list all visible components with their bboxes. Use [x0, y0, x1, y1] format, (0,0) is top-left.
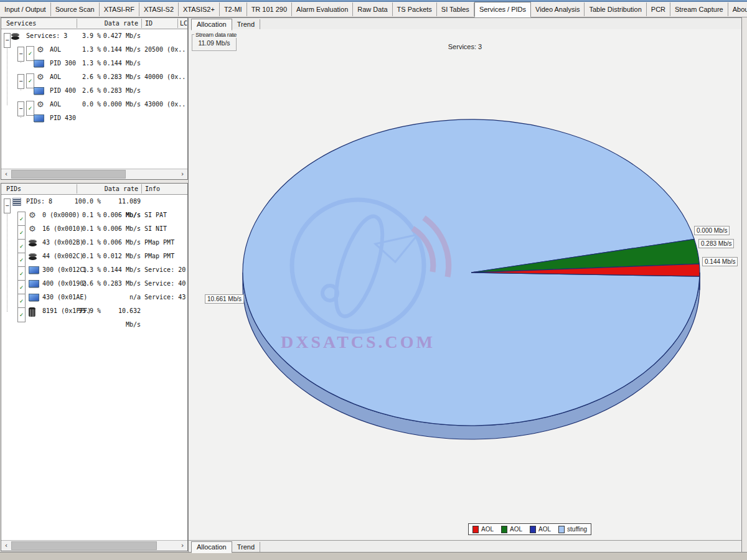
col-id[interactable]: ID [145, 18, 175, 29]
tab-allocation[interactable]: Allocation [191, 19, 232, 30]
row-percent: 1.3 % [63, 57, 101, 70]
row-percent: 3.9 % [63, 29, 101, 43]
service-gear-icon: ⚙ [37, 70, 44, 84]
column-separator[interactable] [77, 184, 77, 194]
row-percent: 1.3 % [63, 43, 101, 57]
tab-xtasi-s2[interactable]: XTASI-S2 [139, 2, 179, 16]
table-row[interactable]: − ✓ ⚙ AOL 2.6 % 0.283 Mb/s 40000 (0x... [1, 70, 187, 84]
table-row[interactable]: ✓ 400 (0x0190) 2.6 % 0.283 Mb/s Service:… [1, 277, 187, 291]
col-info[interactable]: Info [145, 184, 182, 194]
scroll-thumb[interactable] [11, 170, 126, 179]
col-lc[interactable]: LC [180, 18, 189, 29]
tab-xtasi-rf[interactable]: XTASI-RF [100, 2, 139, 16]
table-row[interactable]: − Services: 3 3.9 % 0.427 Mb/s [1, 29, 187, 43]
table-row[interactable]: ✓ 44 (0x002C) 0.1 % 0.012 Mb/s PMap PMT [1, 250, 187, 263]
col-data-rate[interactable]: Data rate [77, 18, 138, 29]
row-label: PIDs: 8 [26, 195, 52, 208]
table-row[interactable]: − PIDs: 8 100.0 % 11.089 Mb/s [1, 195, 187, 208]
pmt-icon [29, 240, 37, 243]
chart-area: DXSATCS.COM Services: 3 Stream data rate… [189, 29, 741, 539]
tab-alarm-evaluation[interactable]: Alarm Evaluation [292, 2, 353, 16]
scroll-thumb[interactable] [11, 541, 157, 550]
tab-stream-capture[interactable]: Stream Capture [670, 2, 728, 16]
tab-pcr[interactable]: PCR [647, 2, 670, 16]
service-gear-icon: ⚙ [37, 98, 44, 111]
chart-legend: AOL AOL AOL stuffing [468, 523, 591, 535]
row-rate: 0.144 Mb/s [100, 57, 141, 70]
pids-hscrollbar[interactable]: ‹ › [1, 540, 187, 551]
tab-services-pids[interactable]: Services / PIDs [474, 2, 531, 17]
col-data-rate[interactable]: Data rate [77, 184, 138, 194]
tab-source-scan[interactable]: Source Scan [51, 2, 100, 16]
col-pids[interactable]: PIDs [6, 184, 75, 194]
row-rate: 0.427 Mb/s [100, 29, 141, 43]
row-percent: 100.0 % [63, 195, 101, 208]
table-row[interactable]: ✓ ⚙ 0 (0x0000) 0.1 % 0.006 Mb/s SI PAT [1, 208, 187, 222]
tab-si-tables[interactable]: SI Tables [437, 2, 474, 16]
row-label: AOL [50, 70, 61, 84]
stream-data-rate-label: Stream data rate [194, 31, 238, 38]
table-row[interactable]: − ✓ ⚙ AOL 0.0 % 0.000 Mb/s 43000 (0x... [1, 98, 187, 111]
tab-allocation-bottom[interactable]: Allocation [191, 541, 232, 553]
scroll-right-button[interactable]: › [177, 169, 187, 179]
row-percent: 2.6 % [63, 84, 101, 98]
pid-monitor-icon [29, 266, 39, 274]
row-percent: 2.6 % [63, 277, 101, 291]
services-hscrollbar[interactable]: ‹ › [1, 169, 187, 179]
tab-ts-packets[interactable]: TS Packets [393, 2, 437, 16]
column-separator[interactable] [77, 19, 77, 28]
table-row[interactable]: PID 300 1.3 % 0.144 Mb/s [1, 57, 187, 70]
table-row[interactable]: ✓ 43 (0x002B) 0.1 % 0.006 Mb/s PMap PMT [1, 236, 187, 250]
status-bar [0, 552, 747, 560]
row-id: 40000 (0x... [144, 70, 186, 84]
tab-tr-101-290[interactable]: TR 101 290 [247, 2, 292, 16]
tab-trend-bottom[interactable]: Trend [232, 542, 260, 553]
nit-gear-icon: ⚙ [29, 222, 36, 236]
legend-label: AOL [538, 526, 551, 533]
col-services[interactable]: Services [6, 18, 75, 29]
watermark-text: DXSATCS.COM [281, 332, 435, 352]
tab-table-distribution[interactable]: Table Distribution [585, 2, 646, 16]
pmt-icon [29, 253, 37, 257]
table-row[interactable]: ✓ ⚙ 16 (0x0010) 0.1 % 0.006 Mb/s SI NIT [1, 222, 187, 236]
legend-label: AOL [510, 526, 522, 533]
table-row[interactable]: ✓ 300 (0x012C) 1.3 % 0.144 Mb/s Service:… [1, 263, 187, 277]
stream-data-rate-value: 11.09 Mb/s [192, 39, 236, 47]
row-id: 20500 (0x... [144, 43, 186, 57]
tab-about[interactable]: About [728, 2, 747, 16]
column-separator[interactable] [141, 184, 142, 194]
chart-tabs-top: AllocationTrend [189, 18, 741, 30]
row-info: Service: 40000 ( [144, 277, 186, 291]
table-row[interactable]: − ✓ ⚙ AOL 1.3 % 0.144 Mb/s 20500 (0x... [1, 43, 187, 57]
scroll-left-button[interactable]: ‹ [1, 541, 11, 551]
pid-monitor-icon [34, 87, 44, 95]
table-row[interactable]: ✓ 8191 (0x1FFF) 95.9 % 10.632 Mb/s [1, 304, 187, 318]
row-percent: 0.1 % [63, 236, 101, 250]
scroll-right-button[interactable]: › [177, 541, 187, 551]
legend-item: AOL [530, 526, 551, 533]
row-info: Service: 20500 ( [144, 263, 186, 277]
tab-xtasis2plus[interactable]: XTASIS2+ [179, 2, 220, 16]
chart-tabs-bottom: AllocationTrend [189, 540, 741, 553]
row-label: AOL [50, 43, 61, 57]
row-percent: 2.6 % [63, 70, 101, 84]
legend-swatch-stuffing [558, 526, 565, 533]
chart-title: Services: 3 [189, 43, 741, 50]
row-label: AOL [50, 98, 61, 111]
tab-trend[interactable]: Trend [232, 19, 260, 30]
table-row[interactable]: ✓ 430 (0x01AE) n/a Service: 43000 ( [1, 291, 187, 304]
scroll-left-button[interactable]: ‹ [1, 169, 11, 179]
tab-raw-data[interactable]: Raw Data [353, 2, 392, 16]
callout-aol-zero: 0.000 Mb/s [694, 226, 730, 235]
tab-video-analysis[interactable]: Video Analysis [531, 2, 585, 16]
column-separator[interactable] [177, 19, 178, 28]
table-row[interactable]: PID 400 2.6 % 0.283 Mb/s [1, 84, 187, 98]
tab-t2-mi[interactable]: T2-MI [220, 2, 247, 16]
pid-monitor-icon [29, 294, 39, 301]
legend-label: stuffing [567, 526, 587, 533]
tab-input-output[interactable]: Input / Output [0, 2, 51, 16]
table-row[interactable]: PID 430 [1, 111, 187, 125]
row-rate: 0.283 Mb/s [100, 70, 141, 84]
checkbox[interactable]: ✓ [17, 307, 26, 322]
column-separator[interactable] [141, 19, 142, 28]
